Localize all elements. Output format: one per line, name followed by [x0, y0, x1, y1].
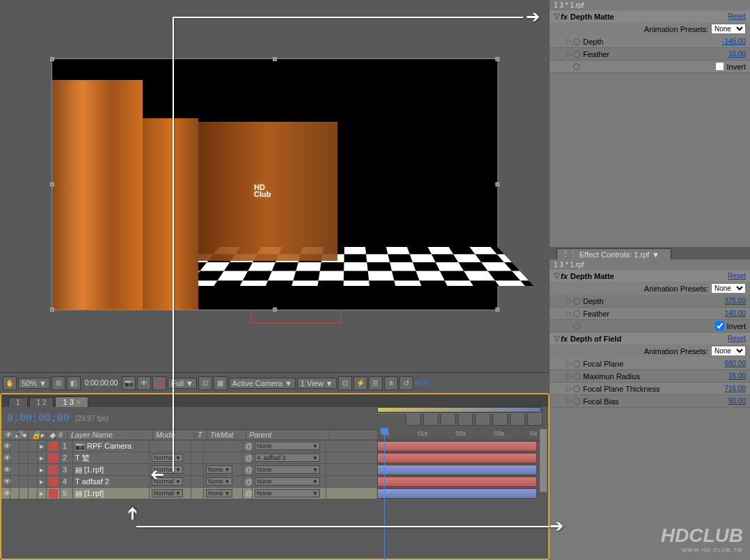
invert-checkbox[interactable]	[715, 62, 724, 71]
preserve-transparency[interactable]	[191, 464, 204, 475]
disclosure-triangle-icon[interactable]: ▽	[554, 334, 559, 343]
reset-link[interactable]: Reset	[728, 13, 746, 20]
solo-toggle[interactable]	[19, 440, 29, 451]
speaker-column-icon[interactable]: 🔊	[10, 430, 19, 440]
layer-name[interactable]: 📷RPF Camera	[73, 440, 150, 451]
stopwatch-icon[interactable]	[573, 38, 580, 45]
audio-toggle[interactable]	[10, 452, 19, 463]
effect-controls-tab[interactable]: ⋮⋮ Effect Controls: 1.rpf ▼ ×	[557, 248, 671, 259]
time-ruler[interactable]: 0s 01s 02s 03s 04	[377, 429, 548, 440]
disclosure-triangle-icon[interactable]: ▷	[566, 384, 572, 393]
mask-icon[interactable]: ◧	[67, 376, 81, 390]
label-color[interactable]	[47, 452, 61, 463]
parent-pickwhip-icon[interactable]: @	[243, 440, 253, 451]
tab-menu-icon[interactable]: ▼	[652, 250, 660, 259]
visibility-toggle[interactable]: 👁	[1, 464, 10, 475]
snapshot-icon[interactable]: 📷	[122, 376, 136, 390]
blend-mode[interactable]: Normal▼	[150, 488, 191, 499]
disclosure-triangle-icon[interactable]: ▷	[566, 397, 572, 406]
comp-tab[interactable]: 1	[8, 397, 28, 407]
disclosure-triangle-icon[interactable]: ▷	[566, 49, 572, 58]
solo-toggle[interactable]	[19, 452, 29, 463]
close-icon[interactable]: ×	[77, 398, 81, 406]
comp-tab-active[interactable]: 1 3×	[55, 397, 88, 407]
roi-icon[interactable]: ⊡	[198, 376, 212, 390]
bbox-handle[interactable]	[50, 57, 54, 61]
layer-name[interactable]: ▤[1.rpf]	[73, 488, 150, 499]
timeline-icon[interactable]: ☰	[369, 376, 383, 390]
scrollbar[interactable]	[540, 429, 547, 492]
label-color[interactable]	[47, 464, 61, 475]
playhead[interactable]	[384, 429, 385, 560]
twirl-icon[interactable]: ▸	[38, 476, 47, 487]
parent-pickwhip-icon[interactable]: @	[243, 476, 253, 487]
bbox-handle[interactable]	[273, 57, 277, 61]
blend-mode[interactable]: Normal▼	[150, 452, 191, 463]
shy-column-icon[interactable]: ▸	[38, 430, 47, 440]
layer-row[interactable]: 👁▸1📷RPF Camera@None▼	[1, 440, 377, 452]
channels-icon[interactable]: ◉	[152, 376, 166, 390]
track-matte[interactable]: None▼	[204, 488, 243, 499]
layer-row[interactable]: 👁▸5▤[1.rpf]Normal▼None▼@None▼	[1, 488, 377, 499]
layer-bar[interactable]	[377, 488, 537, 499]
property-value[interactable]: 716.00	[724, 385, 746, 392]
audio-toggle[interactable]	[10, 488, 19, 499]
stopwatch-icon[interactable]	[573, 373, 580, 380]
timeline-track-area[interactable]: 0s 01s 02s 03s 04	[377, 429, 548, 499]
presets-dropdown[interactable]: None	[711, 24, 746, 34]
property-value[interactable]: 140.00	[724, 310, 746, 317]
label-color[interactable]	[47, 440, 61, 451]
invert-checkbox[interactable]	[715, 321, 724, 330]
bbox-handle[interactable]	[50, 307, 54, 312]
disclosure-triangle-icon[interactable]: ▷	[566, 296, 572, 305]
view-layout-dropdown[interactable]: 1 View▼	[297, 378, 337, 389]
lock-toggle[interactable]	[29, 464, 38, 475]
reset-link[interactable]: Reset	[728, 272, 746, 280]
parent-pickwhip-icon[interactable]: @	[243, 452, 253, 463]
layer-bar[interactable]	[377, 441, 537, 451]
audio-toggle[interactable]	[10, 476, 19, 487]
comp-canvas[interactable]: HD Club	[52, 59, 497, 310]
stopwatch-icon[interactable]	[573, 310, 580, 317]
visibility-toggle[interactable]: 👁	[1, 476, 10, 487]
parent-dropdown[interactable]: None▼	[253, 476, 326, 487]
layer-bar[interactable]	[377, 477, 537, 487]
property-value[interactable]: -145.00	[722, 38, 746, 45]
audio-toggle[interactable]	[10, 464, 19, 475]
property-value[interactable]: 10.00	[728, 50, 746, 58]
reset-link[interactable]: Reset	[728, 335, 746, 342]
parent-dropdown[interactable]: None▼	[253, 464, 326, 475]
t-column[interactable]: T	[195, 430, 207, 440]
lock-toggle[interactable]	[29, 440, 38, 451]
effect-header-depth-matte[interactable]: ▽ fx Depth Matte Reset	[550, 10, 750, 22]
parent-pickwhip-icon[interactable]: @	[243, 488, 253, 499]
track-matte[interactable]: None▼	[204, 464, 243, 475]
fast-preview-icon[interactable]: ⚡	[353, 376, 367, 390]
visibility-toggle[interactable]: 👁	[1, 488, 10, 499]
lock-column-icon[interactable]: 🔒	[29, 430, 38, 440]
parent-dropdown[interactable]: 4. adfsaf 2▼	[253, 452, 326, 463]
comp-tab[interactable]: 1 2	[29, 397, 54, 407]
stopwatch-icon[interactable]	[573, 360, 580, 367]
solo-toggle[interactable]	[19, 488, 29, 499]
disclosure-triangle-icon[interactable]: ▷	[566, 37, 572, 46]
current-time[interactable]: 0;00;00;00	[7, 413, 70, 424]
close-icon[interactable]: ×	[662, 250, 667, 258]
lock-toggle[interactable]	[29, 476, 38, 487]
bbox-handle[interactable]	[495, 57, 500, 61]
solo-column-icon[interactable]: ●	[19, 430, 29, 440]
grid-icon[interactable]: ⊞	[51, 376, 65, 390]
layer-name[interactable]: T鰵	[73, 452, 150, 463]
label-color[interactable]	[47, 476, 61, 487]
stopwatch-icon[interactable]	[573, 63, 580, 70]
stopwatch-icon[interactable]	[573, 298, 580, 305]
show-snapshot-icon[interactable]: 👁	[137, 376, 151, 390]
parent-pickwhip-icon[interactable]: @	[243, 464, 253, 475]
bbox-handle[interactable]	[273, 307, 277, 312]
visibility-toggle[interactable]: 👁	[1, 452, 10, 463]
track-matte[interactable]: None▼	[204, 476, 243, 487]
parent-dropdown[interactable]: None▼	[253, 440, 326, 451]
parent-column[interactable]: Parent	[246, 430, 330, 440]
layer-row[interactable]: 👁▸4Tadfsaf 2Normal▼None▼@None▼	[1, 476, 377, 488]
layer-bar[interactable]	[377, 465, 537, 475]
